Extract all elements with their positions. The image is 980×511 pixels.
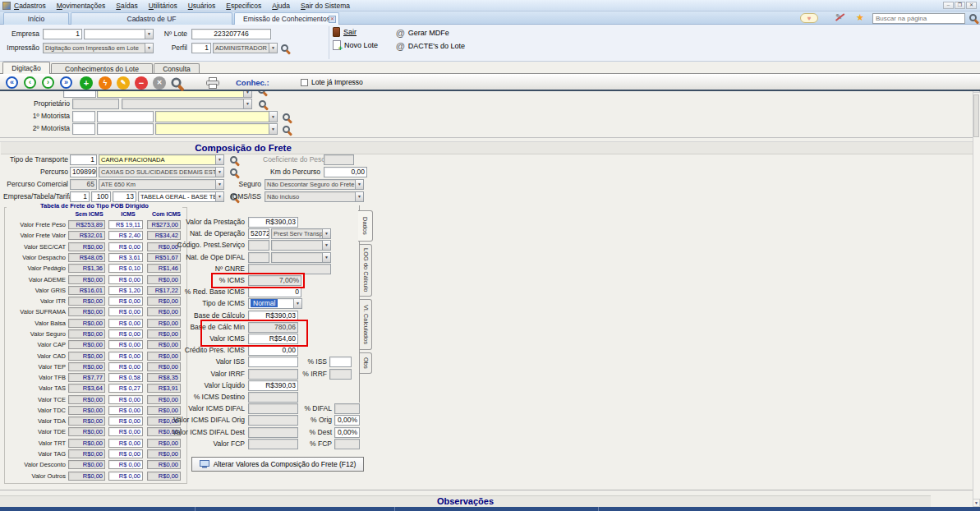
chevron-down-icon[interactable]: ▼ — [322, 240, 331, 251]
sem-icms-cell[interactable]: R$0,00 — [68, 319, 105, 328]
side-tab-dados[interactable]: Dados — [358, 210, 373, 242]
valor-prestacao-field[interactable]: R$390,03 — [248, 217, 298, 228]
icms-cell[interactable]: R$ 0,00 — [108, 307, 143, 316]
icms-cell[interactable]: R$ 1,20 — [108, 286, 143, 295]
percurso-code-field[interactable]: 10989999 — [70, 167, 97, 177]
chevron-down-icon[interactable]: ▼ — [243, 91, 252, 98]
nav-next-icon[interactable]: › — [42, 76, 54, 89]
ett-tarifa-field[interactable]: 13 — [113, 191, 136, 202]
pin-disabled-icon[interactable]: ✎ — [835, 12, 842, 21]
icms-cell[interactable]: R$ 0,00 — [108, 297, 143, 306]
valor-icms-field[interactable]: R$54,60 — [248, 334, 298, 344]
pct-dest-field[interactable]: 0,00% — [334, 427, 360, 438]
tipo-transporte-combo[interactable]: CARGA FRACIONADA▼ — [99, 154, 224, 165]
lote-field[interactable]: 223207746 — [191, 29, 271, 39]
motorista1-doc-field[interactable] — [97, 111, 154, 122]
dacte-lote-button[interactable]: @ DACTE's do Lote — [396, 41, 465, 51]
menu-item[interactable]: Utilitários — [149, 2, 177, 10]
codigo-prest-code-field[interactable] — [248, 240, 269, 251]
icms-cell[interactable]: R$ 0,00 — [108, 439, 143, 448]
impressao-combo[interactable]: Digitação com Impressão em Lote▼ — [43, 43, 154, 53]
tab-inicio[interactable]: Início — [3, 12, 69, 25]
nat-operacao-combo[interactable]: Prest Serv Transp In▼ — [271, 228, 331, 239]
motorista2-doc-field[interactable] — [97, 123, 154, 135]
chevron-down-icon[interactable]: ▼ — [269, 111, 278, 122]
percurso-comercial-code-field[interactable]: 65 — [70, 179, 97, 190]
chevron-down-icon[interactable]: ▼ — [322, 252, 331, 263]
tipo-transporte-search-icon[interactable] — [230, 156, 237, 163]
pct-iss-field[interactable] — [329, 357, 352, 367]
ett-tabela-field[interactable]: 100 — [91, 191, 111, 202]
find-on-page-input[interactable] — [872, 13, 965, 24]
sem-icms-cell[interactable]: R$16,01 — [68, 286, 105, 295]
motorista1-combo[interactable]: ▼ — [155, 111, 278, 122]
tab-emissao-conhecimentos[interactable]: Emissão de Conhecimentos ✕ — [234, 12, 339, 25]
base-calculo-field[interactable]: R$390,03 — [248, 311, 298, 321]
seguro-combo[interactable]: Não Descontar Seguro do Frete F▼ — [265, 179, 364, 190]
nav-first-icon[interactable]: « — [6, 76, 18, 89]
icms-cell[interactable]: R$ 0,00 — [108, 242, 143, 251]
percurso-combo[interactable]: CAXIAS DO SUL/CIDADES DEMAIS ESTADOS▼ — [99, 167, 224, 177]
icms-cell[interactable]: R$ 0,00 — [108, 460, 143, 469]
perfil-code-field[interactable]: 1 — [191, 43, 211, 53]
chevron-down-icon[interactable]: ▼ — [215, 154, 224, 165]
icms-cell[interactable]: R$ 0,00 — [108, 329, 143, 338]
motorista1-code-field[interactable] — [72, 111, 95, 122]
codigo-prest-combo[interactable]: ▼ — [271, 240, 331, 251]
icms-cell[interactable]: R$ 0,58 — [108, 373, 143, 382]
tab-digitacao[interactable]: Digitação — [2, 62, 50, 74]
nav-previous-icon[interactable]: ‹ — [24, 76, 36, 89]
close-tab-icon[interactable]: ✕ — [329, 16, 336, 23]
sem-icms-cell[interactable]: R$48,05 — [68, 253, 105, 262]
icms-cell[interactable]: R$ 0,27 — [108, 384, 143, 393]
sem-icms-cell[interactable]: R$0,00 — [68, 449, 105, 458]
icms-cell[interactable]: R$ 0,00 — [108, 427, 143, 436]
proprietario-combo[interactable]: ▼ — [122, 99, 252, 109]
chevron-down-icon[interactable]: ▼ — [293, 298, 302, 309]
icms-cell[interactable]: R$ 0,00 — [108, 417, 143, 426]
printer-icon[interactable] — [206, 77, 219, 89]
km-percurso-field[interactable]: 0,00 — [324, 167, 367, 177]
nav-last-icon[interactable]: » — [60, 76, 72, 89]
chevron-down-icon[interactable]: ▼ — [355, 179, 364, 190]
valor-liquido-field[interactable]: R$390,03 — [248, 380, 298, 391]
tipo-icms-combo[interactable]: Normal▼ — [248, 298, 302, 309]
sem-icms-cell[interactable]: R$0,00 — [68, 427, 105, 436]
pct-fcp-field[interactable] — [334, 439, 360, 449]
menu-item[interactable]: Ajuda — [272, 2, 290, 10]
motorista1-search-icon[interactable] — [283, 113, 290, 121]
remove-icon[interactable]: − — [135, 76, 148, 90]
gnre-field[interactable] — [248, 264, 331, 274]
vertical-scrollbar[interactable] — [973, 85, 980, 507]
chevron-down-icon[interactable]: ▼ — [355, 191, 364, 202]
chevron-down-icon[interactable]: ▼ — [322, 228, 331, 239]
alterar-valores-button[interactable]: Alterar Valores da Composição do Frete (… — [191, 457, 364, 472]
motorista2-code-field[interactable] — [72, 123, 95, 135]
menu-item[interactable]: Saídas — [116, 2, 137, 10]
com-icms-cell[interactable]: R$0,00 — [147, 460, 181, 469]
find-magnifier-icon[interactable] — [969, 14, 977, 21]
sem-icms-cell[interactable]: R$0,00 — [68, 329, 105, 338]
scrollbar-thumb[interactable] — [973, 94, 979, 137]
icms-cell[interactable]: R$ 0,00 — [108, 449, 143, 458]
chevron-down-icon[interactable]: ▼ — [269, 43, 278, 53]
sair-button[interactable]: Sair — [333, 27, 357, 37]
sem-icms-cell[interactable]: R$0,00 — [68, 242, 105, 251]
sem-icms-cell[interactable]: R$0,00 — [68, 439, 105, 448]
sem-icms-cell[interactable]: R$3,64 — [68, 384, 105, 393]
partial-field[interactable] — [63, 91, 96, 98]
motorista2-search-icon[interactable] — [283, 126, 290, 133]
icms-cell[interactable]: R$ 0,00 — [108, 406, 143, 415]
perc-icms-field[interactable]: 7,00% — [248, 275, 301, 286]
partial-combo[interactable]: ▼ — [97, 91, 252, 98]
empresa-name-combo[interactable]: ▼ — [84, 29, 154, 39]
sem-icms-cell[interactable]: R$0,00 — [68, 307, 105, 316]
minimize-button[interactable]: – — [943, 2, 954, 9]
sem-icms-cell[interactable]: R$0,00 — [68, 460, 105, 469]
icms-iss-combo[interactable]: Não incluso▼ — [265, 191, 364, 202]
icms-cell[interactable]: R$ 19,11 — [108, 220, 143, 229]
sem-icms-cell[interactable]: R$1,36 — [68, 264, 105, 273]
sem-icms-cell[interactable]: R$0,00 — [68, 472, 105, 481]
icms-cell[interactable]: R$ 2,40 — [108, 231, 143, 240]
scroll-down-arrow[interactable]: ▼ — [973, 499, 980, 507]
